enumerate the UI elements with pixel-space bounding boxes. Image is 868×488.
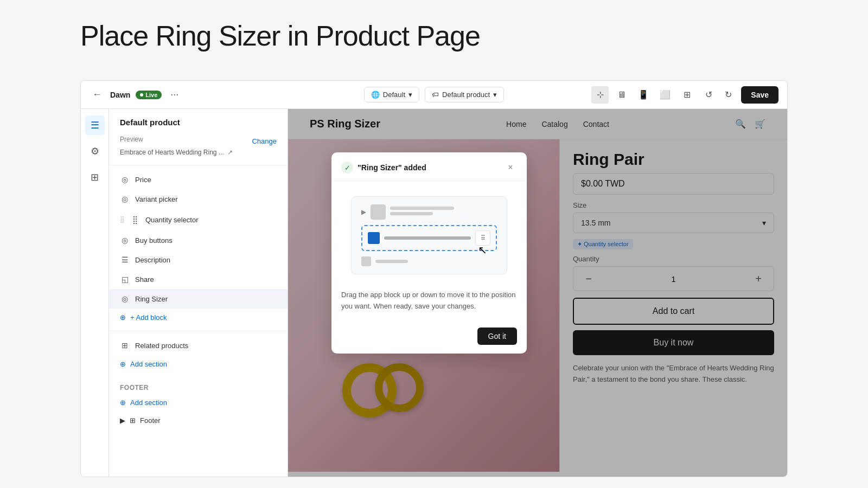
undo-button[interactable]: ↺: [700, 86, 717, 104]
preview-area: PS Ring Sizer Home Catalog Contact 🔍 🛒: [288, 109, 787, 477]
add-section-label-2: Add section: [130, 399, 167, 407]
block-label-share: Share: [135, 275, 277, 284]
preview-label: Preview: [120, 136, 143, 143]
delete-quantity-btn[interactable]: 🗑: [250, 214, 261, 226]
theme-dropdown[interactable]: 🌐 Default ▾: [364, 87, 419, 102]
footer-label: Footer: [109, 377, 288, 394]
active-block-square: [368, 232, 380, 244]
block-label-description: Description: [135, 256, 277, 264]
footer-grid-icon: ⊞: [130, 416, 136, 425]
toolbar: ← Dawn Live ··· 🌐 Default ▾ 🏷 Default pr…: [81, 81, 787, 109]
block-item-description[interactable]: ☰ Description: [109, 250, 288, 269]
change-link[interactable]: Change: [252, 137, 277, 145]
preview-product-text: Embrace of Hearts Wedding Ring ...: [120, 149, 224, 156]
block-label-price: Price: [135, 176, 277, 184]
block-item-ring-sizer[interactable]: ◎ Ring Sizer: [109, 289, 288, 309]
drag-handle-quantity[interactable]: ⣿: [120, 216, 125, 223]
small-placeholder-line: [375, 260, 408, 263]
panel-title: Default product: [109, 109, 288, 131]
sidebar-sections-btn[interactable]: ☰: [85, 115, 105, 135]
sidebar-apps-btn[interactable]: ⊞: [85, 168, 105, 187]
editor-frame: ← Dawn Live ··· 🌐 Default ▾ 🏷 Default pr…: [80, 80, 788, 477]
share-icon: ◱: [120, 274, 130, 284]
page-title: Place Ring Sizer in Product Page: [0, 0, 868, 67]
block-label-variant-picker: Variant picker: [135, 195, 277, 203]
block-label-buy-buttons: Buy buttons: [135, 236, 277, 245]
price-icon: ◎: [120, 175, 130, 184]
popup-title: "Ring Sizer" added: [358, 163, 426, 172]
sidebar-settings-btn[interactable]: ⚙: [85, 142, 105, 161]
block-label-ring-sizer: Ring Sizer: [135, 295, 277, 303]
add-section-btn-2[interactable]: ⊕ Add section: [109, 394, 288, 412]
preview-placeholder-box: [371, 204, 386, 220]
add-section-btn-1[interactable]: ⊕ Add section: [109, 355, 288, 373]
icon-sidebar: ☰ ⚙ ⊞: [81, 109, 109, 477]
fit-view-btn[interactable]: ⊞: [678, 86, 695, 104]
block-item-variant-picker[interactable]: ◎ Variant picker: [109, 189, 288, 209]
active-block-line: [384, 236, 471, 240]
notification-overlay: ✓ "Ring Sizer" added × ▶: [288, 109, 787, 477]
popup-check-icon: ✓: [341, 162, 353, 174]
add-section-icon-1: ⊕: [120, 360, 126, 368]
cursor-pointer-icon: ↖: [478, 243, 487, 256]
redo-button[interactable]: ↻: [719, 86, 737, 104]
live-badge: Live: [136, 91, 162, 99]
footer-collapse-icon: ▶: [120, 416, 125, 425]
popup-description: Drag the app block up or down to move it…: [341, 290, 517, 312]
store-name-label: Dawn: [110, 91, 130, 99]
eye-quantity-btn[interactable]: 👁: [265, 214, 277, 226]
block-item-price[interactable]: ◎ Price: [109, 170, 288, 189]
related-products-icon: ⊞: [120, 341, 130, 350]
block-item-quantity-selector[interactable]: ⣿ ⣿ Quantity selector 🗑 👁: [109, 209, 288, 230]
description-icon: ☰: [120, 255, 130, 265]
mobile-view-btn[interactable]: 📱: [635, 86, 652, 104]
add-section-icon-2: ⊕: [120, 399, 126, 407]
save-button[interactable]: Save: [741, 86, 778, 104]
quantity-selector-icon: ⣿: [130, 215, 140, 224]
cursor-tool-btn[interactable]: ⊹: [591, 86, 609, 104]
external-link-icon[interactable]: ↗: [227, 149, 233, 156]
related-products-label: Related products: [135, 342, 277, 350]
product-dropdown[interactable]: 🏷 Default product ▾: [425, 87, 504, 102]
left-panel: Default product Preview Change Embrace o…: [109, 109, 288, 477]
related-products-item[interactable]: ⊞ Related products: [109, 336, 288, 355]
got-it-button[interactable]: Got it: [477, 328, 517, 345]
buy-buttons-icon: ◎: [120, 235, 130, 245]
block-item-buy-buttons[interactable]: ◎ Buy buttons: [109, 230, 288, 250]
add-block-icon: ⊕: [120, 313, 126, 322]
back-button[interactable]: ←: [90, 87, 105, 102]
popup-close-btn[interactable]: ×: [504, 161, 517, 174]
footer-nav-item[interactable]: ▶ ⊞ Footer: [109, 412, 288, 429]
preview-arrow-icon: ▶: [361, 208, 366, 216]
block-label-quantity-selector: Quantity selector: [145, 216, 244, 224]
more-button[interactable]: ···: [167, 87, 182, 102]
ring-sizer-icon: ◎: [120, 294, 130, 304]
desktop-view-btn[interactable]: 🖥: [613, 86, 630, 104]
popup-card: ✓ "Ring Sizer" added × ▶: [331, 152, 527, 354]
add-block-button[interactable]: ⊕ + Add block: [109, 309, 288, 326]
add-block-label: + Add block: [130, 313, 167, 322]
variant-picker-icon: ◎: [120, 194, 130, 204]
footer-item-label: Footer: [140, 416, 161, 425]
small-placeholder-box: [361, 256, 371, 266]
tablet-view-btn[interactable]: ⬜: [656, 86, 674, 104]
block-item-share[interactable]: ◱ Share: [109, 269, 288, 289]
add-section-label-1: Add section: [130, 360, 167, 368]
